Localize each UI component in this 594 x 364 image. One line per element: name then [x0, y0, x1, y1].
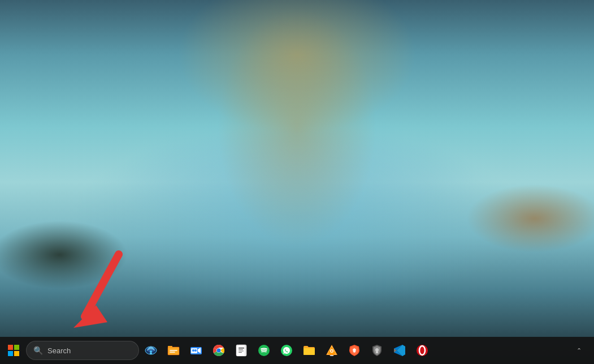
taskbar-icon-spotify[interactable] [253, 339, 275, 362]
svg-line-1 [85, 254, 119, 317]
taskbar-icon-whatsapp[interactable] [276, 339, 297, 362]
svg-point-17 [194, 349, 197, 352]
svg-rect-24 [239, 351, 244, 352]
search-bar[interactable]: 🔍 Search [26, 341, 139, 360]
taskbar-icon-opera[interactable] [411, 339, 433, 362]
svg-rect-11 [168, 347, 179, 355]
taskbar-icon-file-manager[interactable] [298, 339, 320, 362]
svg-rect-25 [239, 352, 242, 353]
svg-point-35 [331, 350, 333, 352]
desktop: 🔍 Search [0, 0, 594, 364]
taskbar-icon-chrome[interactable] [208, 339, 229, 362]
svg-rect-22 [239, 348, 244, 349]
svg-rect-5 [8, 351, 13, 356]
taskbar-icon-brave[interactable] [344, 339, 365, 362]
taskbar-icon-winamp[interactable] [140, 339, 162, 362]
taskbar-icon-file-explorer[interactable] [163, 339, 184, 362]
taskbar-icon-notion[interactable] [231, 339, 252, 362]
taskbar-icon-vlc[interactable] [321, 339, 342, 362]
svg-point-16 [192, 349, 194, 352]
svg-rect-4 [14, 345, 19, 350]
svg-rect-10 [150, 353, 152, 354]
svg-rect-37 [376, 351, 378, 353]
taskbar: 🔍 Search [0, 337, 594, 364]
svg-rect-23 [239, 349, 243, 350]
system-tray-icons[interactable]: ⌃ [568, 339, 589, 362]
arrow-indicator [68, 249, 141, 333]
svg-rect-3 [8, 345, 13, 350]
svg-rect-33 [330, 355, 333, 356]
start-button[interactable] [2, 339, 25, 362]
taskbar-icon-zoom[interactable] [185, 339, 207, 362]
svg-point-20 [217, 349, 221, 353]
system-tray: ⌃ [566, 339, 592, 362]
search-icon: 🔍 [33, 346, 43, 355]
svg-point-9 [150, 350, 152, 353]
svg-rect-28 [303, 348, 315, 355]
search-label: Search [47, 346, 71, 355]
taskbar-icon-security[interactable] [366, 339, 388, 362]
taskbar-icon-vscode[interactable] [389, 339, 410, 362]
svg-rect-6 [14, 351, 19, 356]
